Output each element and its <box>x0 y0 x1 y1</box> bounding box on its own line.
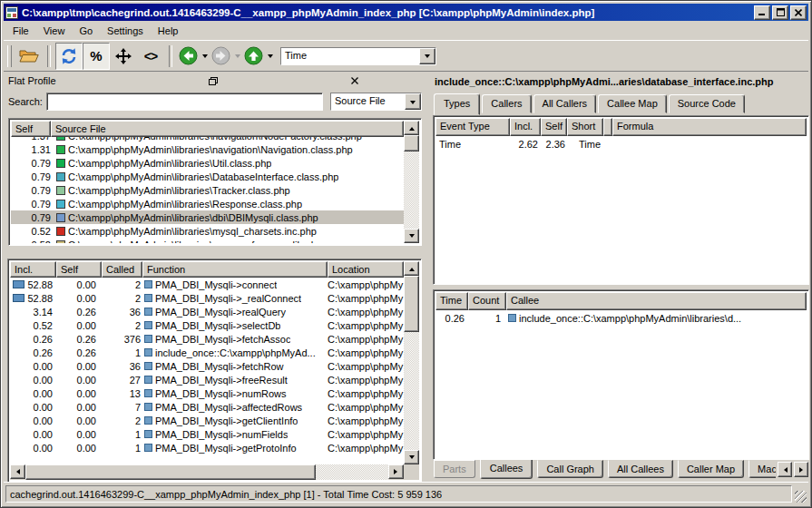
function-row[interactable]: 52.88 0.00 2 PMA_DBI_Mysqli->connect C:\… <box>10 278 404 291</box>
source-file-row[interactable]: 0.52 C:\xampp\phpMyAdmin\libraries\user_… <box>11 238 404 243</box>
bottom-tab[interactable]: Machine <box>748 460 776 478</box>
function-table-hscrollbar[interactable] <box>10 464 404 480</box>
function-row[interactable]: 3.14 0.26 36 PMA_DBI_Mysqli->realQuery C… <box>10 305 404 318</box>
minimize-button[interactable] <box>754 5 770 20</box>
grouping-select[interactable]: Source File <box>330 93 422 111</box>
maximize-button[interactable] <box>772 5 788 20</box>
source-file-row[interactable]: 0.52 C:\xampp\phpMyAdmin\libraries\mysql… <box>11 224 404 238</box>
toolbar-grip[interactable] <box>7 45 12 67</box>
event-type-select[interactable]: Time <box>280 47 436 65</box>
dock-float-button[interactable] <box>146 74 280 87</box>
relative-cost-button[interactable] <box>110 43 137 70</box>
grouping-select-arrow[interactable] <box>405 93 421 110</box>
back-dropdown-caret[interactable] <box>200 44 210 68</box>
function-row[interactable]: 52.88 0.00 2 PMA_DBI_Mysqli->_realConnec… <box>10 291 404 305</box>
column-header-short[interactable]: Short <box>567 118 603 136</box>
event-type-row[interactable]: Time 2.62 2.36 Time <box>435 136 807 151</box>
source-list-vscrollbar[interactable] <box>404 121 419 243</box>
flat-profile-dock-titlebar: Flat Profile <box>5 73 425 89</box>
open-file-button[interactable] <box>15 43 43 70</box>
function-row[interactable]: 0.00 0.00 1 PMA_DBI_Mysqli->getProtoInfo… <box>10 441 404 454</box>
search-input[interactable] <box>46 93 323 111</box>
column-header-self[interactable]: Self <box>11 121 51 137</box>
back-button[interactable] <box>177 44 200 68</box>
panel-splitter[interactable] <box>425 71 430 484</box>
scroll-down-button[interactable] <box>404 450 419 464</box>
scroll-thumb[interactable] <box>25 464 316 480</box>
bottom-tab[interactable]: Call Graph <box>537 460 603 478</box>
scroll-up-button[interactable] <box>404 121 419 135</box>
column-header-event-type[interactable]: Event Type <box>435 118 510 136</box>
source-file-row[interactable]: 0.79 C:\xampp\phpMyAdmin\libraries\Datab… <box>11 170 404 183</box>
column-header-blank[interactable] <box>603 118 612 136</box>
function-row[interactable]: 0.26 0.26 1 include_once::C:\xampp\phpMy… <box>10 346 404 359</box>
shorten-templates-button[interactable]: <> <box>137 43 164 70</box>
menu-view[interactable]: View <box>36 23 73 39</box>
column-header-callee[interactable]: Callee <box>506 292 807 310</box>
source-file-row[interactable]: 0.79 C:\xampp\phpMyAdmin\libraries\Util.… <box>11 156 404 170</box>
detail-tab[interactable]: Callers <box>482 94 531 113</box>
scroll-up-button[interactable] <box>404 261 419 276</box>
column-header-incl[interactable]: Incl. <box>510 118 541 136</box>
scroll-left-button[interactable] <box>10 464 25 479</box>
menu-file[interactable]: File <box>5 23 36 39</box>
detail-tab[interactable]: Types <box>434 93 480 115</box>
called-value: 1 <box>102 347 142 358</box>
column-header-formula[interactable]: Formula <box>612 118 807 136</box>
column-header-count[interactable]: Count <box>468 292 506 310</box>
tabbar-scroll-right-button[interactable] <box>794 462 808 477</box>
source-file-row[interactable]: 0.79 C:\xampp\phpMyAdmin\libraries\dbi\D… <box>11 210 404 224</box>
dock-close-button[interactable] <box>288 74 422 87</box>
menu-settings[interactable]: Settings <box>100 23 151 39</box>
function-row[interactable]: 0.00 0.00 13 PMA_DBI_Mysqli->numRows C:\… <box>10 386 404 400</box>
up-dropdown-caret[interactable] <box>265 44 275 68</box>
function-row[interactable]: 0.52 0.00 2 PMA_DBI_Mysqli->selectDb C:\… <box>10 318 404 332</box>
function-row[interactable]: 0.00 0.00 2 PMA_DBI_Mysqli->getClientInf… <box>10 414 404 427</box>
forward-button[interactable] <box>210 44 232 68</box>
column-header-self[interactable]: Self <box>56 261 102 278</box>
source-file-row[interactable]: 1.31 C:\xampp\phpMyAdmin\libraries\navig… <box>11 142 404 156</box>
source-file-row[interactable]: 0.79 C:\xampp\phpMyAdmin\libraries\Respo… <box>11 197 404 210</box>
column-header-time[interactable]: Time <box>435 292 468 310</box>
column-header-location[interactable]: Location <box>328 261 404 278</box>
scroll-right-button[interactable] <box>388 464 404 479</box>
reload-button[interactable] <box>55 43 83 70</box>
source-list-viewport: 1.37 C:\xampp\phpMyAdmin\libraries\navig… <box>11 137 404 243</box>
source-file-row[interactable]: 0.79 C:\xampp\phpMyAdmin\libraries\Track… <box>11 183 404 197</box>
resize-grip[interactable] <box>795 491 807 503</box>
event-type-select-arrow[interactable] <box>419 48 435 64</box>
detail-tab[interactable]: All Callers <box>533 94 597 113</box>
bottom-tab[interactable]: Callees <box>480 460 533 479</box>
function-row[interactable]: 0.00 0.00 7 PMA_DBI_Mysqli->affectedRows… <box>10 400 404 414</box>
detail-tab[interactable]: Source Code <box>669 94 745 113</box>
menu-go[interactable]: Go <box>72 23 100 39</box>
detail-tab[interactable]: Callee Map <box>598 94 667 113</box>
scroll-down-button[interactable] <box>404 229 419 243</box>
self-value: 0.26 <box>56 307 102 318</box>
tabbar-scroll-left-button[interactable] <box>778 462 792 477</box>
scroll-track[interactable] <box>316 464 388 480</box>
scroll-thumb[interactable] <box>404 135 419 151</box>
percentage-toggle-button[interactable]: % <box>83 43 110 70</box>
forward-dropdown-caret[interactable] <box>232 44 242 68</box>
function-row[interactable]: 0.00 0.00 36 PMA_DBI_Mysqli->fetchRow C:… <box>10 359 404 373</box>
bottom-tab[interactable]: Caller Map <box>678 460 744 478</box>
scroll-track[interactable] <box>404 332 419 450</box>
menu-help[interactable]: Help <box>151 23 186 39</box>
column-header-called[interactable]: Called <box>102 261 142 278</box>
function-row[interactable]: 0.26 0.26 376 PMA_DBI_Mysqli->fetchAssoc… <box>10 332 404 346</box>
bottom-tab[interactable]: Parts <box>434 460 475 478</box>
function-row[interactable]: 0.00 0.00 27 PMA_DBI_Mysqli->freeResult … <box>10 373 404 386</box>
column-header-incl[interactable]: Incl. <box>10 261 56 278</box>
function-row[interactable]: 0.00 0.00 1 PMA_DBI_Mysqli->numFields C:… <box>10 427 404 441</box>
close-button[interactable] <box>790 5 807 20</box>
function-table-vscrollbar[interactable] <box>404 261 419 464</box>
column-header-source-file[interactable]: Source File <box>51 121 404 137</box>
column-header-function[interactable]: Function <box>142 261 328 278</box>
up-button[interactable] <box>242 44 265 68</box>
callee-row[interactable]: 0.26 1 include_once::C:\xampp\phpMyAdmin… <box>435 310 807 326</box>
scroll-track[interactable] <box>404 151 419 229</box>
column-header-self[interactable]: Self <box>541 118 567 136</box>
bottom-tab[interactable]: All Callees <box>608 460 673 478</box>
scroll-thumb[interactable] <box>404 276 419 332</box>
